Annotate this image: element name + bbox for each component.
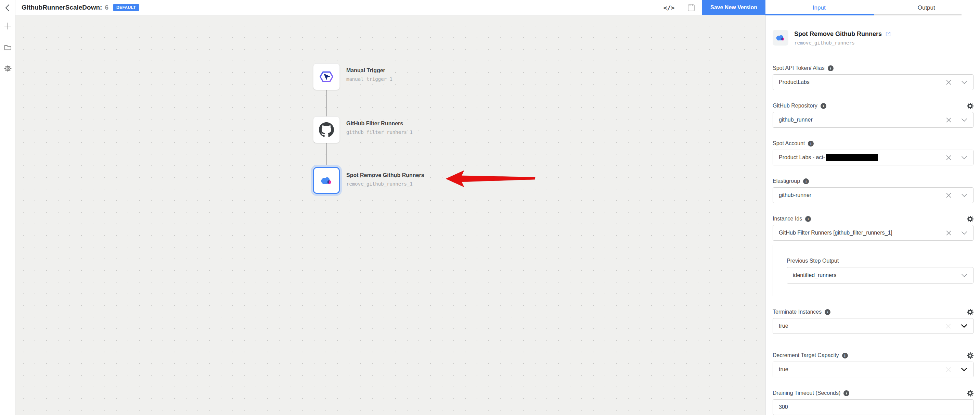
info-icon[interactable]	[805, 216, 811, 222]
field-value: identified_runners	[793, 272, 836, 278]
info-icon[interactable]	[828, 65, 834, 71]
node-id: github_filter_runners_1	[346, 129, 413, 135]
field-label: Decrement Target Capacity	[773, 352, 839, 359]
info-icon[interactable]	[843, 390, 849, 396]
spot-icon	[775, 34, 786, 42]
panel-node-title: Spot Remove Github Runners	[794, 30, 882, 38]
tab-input[interactable]: Input	[765, 0, 873, 15]
node-label-spot-remove-github-runners: Spot Remove Github Runners remove_github…	[346, 172, 424, 187]
default-badge: DEFAULT	[113, 4, 139, 11]
field-decrement-target-capacity: Decrement Target Capacity true	[773, 352, 974, 377]
redacted-account-id	[826, 154, 878, 161]
schedule-button[interactable]	[680, 0, 702, 15]
field-value: ProductLabs	[779, 79, 810, 85]
field-value: true	[779, 366, 788, 372]
chevron-down-icon[interactable]	[961, 274, 967, 277]
field-label: Spot API Token/ Alias	[773, 65, 825, 71]
field-spot-api-token: Spot API Token/ Alias ProductLabs	[773, 65, 974, 90]
field-value: Product Labs - act-	[779, 155, 825, 161]
clear-icon[interactable]	[946, 80, 951, 85]
chevron-down-icon[interactable]	[961, 231, 967, 235]
red-annotation-arrow	[446, 169, 536, 189]
calendar-icon	[687, 3, 695, 12]
inactive-tab-indicator	[874, 14, 961, 15]
clear-icon[interactable]	[946, 192, 951, 198]
add-node-button[interactable]	[3, 21, 13, 31]
field-value: GitHub Filter Runners [github_filter_run…	[779, 230, 892, 236]
clear-icon[interactable]	[946, 155, 951, 161]
field-settings-gear-icon[interactable]	[967, 352, 974, 359]
chevron-down-icon[interactable]	[961, 324, 967, 328]
manual-trigger-icon	[319, 70, 334, 83]
back-chevron-icon	[5, 4, 10, 12]
info-icon[interactable]	[803, 179, 809, 184]
github-repository-select[interactable]: github_runner	[773, 112, 974, 128]
field-value: true	[779, 323, 788, 329]
field-settings-gear-icon[interactable]	[967, 309, 974, 315]
field-value: 300	[779, 404, 788, 410]
chevron-down-icon[interactable]	[961, 367, 967, 372]
spot-api-token-select[interactable]: ProductLabs	[773, 74, 974, 90]
field-terminate-instances: Terminate Instances true	[773, 308, 974, 334]
clear-icon-disabled	[945, 367, 951, 372]
field-draining-timeout: Draining Timeout (Seconds) 300	[773, 389, 974, 415]
code-icon: </>	[663, 4, 675, 11]
clear-icon[interactable]	[946, 117, 951, 123]
workflow-version: 6	[105, 4, 108, 11]
spot-account-select[interactable]: Product Labs - act-	[773, 150, 974, 165]
field-github-repository: GitHub Repository github_runner	[773, 102, 974, 128]
chevron-down-icon[interactable]	[961, 193, 967, 197]
node-github-filter-runners[interactable]	[313, 117, 340, 143]
info-icon[interactable]	[825, 309, 830, 315]
github-icon	[319, 122, 334, 137]
node-label-github-filter-runners: GitHub Filter Runners github_filter_runn…	[346, 121, 413, 135]
previous-step-output-select[interactable]: identified_runners	[787, 267, 974, 284]
tab-output[interactable]: Output	[873, 0, 980, 15]
instance-ids-select[interactable]: GitHub Filter Runners [github_filter_run…	[773, 225, 974, 241]
node-title: Spot Remove Github Runners	[346, 172, 424, 179]
chevron-down-icon[interactable]	[961, 80, 967, 84]
draining-timeout-input[interactable]: 300	[773, 399, 974, 415]
edge-connector	[326, 90, 327, 117]
field-label: Draining Timeout (Seconds)	[773, 390, 840, 396]
chevron-down-icon[interactable]	[961, 118, 967, 122]
gear-icon	[4, 64, 12, 73]
node-id: remove_github_runners_1	[346, 181, 424, 187]
workflow-canvas[interactable]: Manual Trigger manual_trigger_1 GitHub F…	[15, 15, 765, 415]
decrement-target-capacity-dropdown[interactable]: true	[773, 362, 974, 377]
node-manual-trigger[interactable]	[313, 63, 340, 90]
info-icon[interactable]	[821, 103, 826, 109]
panel-node-header: Spot Remove Github Runners remove_github…	[773, 30, 974, 46]
node-title: GitHub Filter Runners	[346, 121, 413, 127]
terminate-instances-dropdown[interactable]: true	[773, 318, 974, 334]
field-value: github_runner	[779, 117, 813, 123]
elastigroup-select[interactable]: github-runner	[773, 187, 974, 203]
node-spot-remove-github-runners[interactable]	[313, 167, 340, 194]
field-label: Previous Step Output	[787, 258, 839, 264]
field-instance-ids: Instance Ids GitHub Filter Runners [gith…	[773, 215, 974, 241]
code-view-button[interactable]: </>	[658, 0, 680, 15]
field-settings-gear-icon[interactable]	[967, 103, 974, 109]
folder-button[interactable]	[3, 43, 13, 52]
field-label: Terminate Instances	[773, 309, 822, 315]
field-label: GitHub Repository	[773, 103, 818, 109]
external-link-icon[interactable]	[885, 31, 891, 37]
active-tab-indicator	[765, 14, 874, 15]
field-value: github-runner	[779, 192, 811, 198]
clear-icon[interactable]	[946, 230, 951, 236]
node-title: Manual Trigger	[346, 67, 393, 73]
chevron-down-icon[interactable]	[961, 156, 967, 160]
info-icon[interactable]	[808, 141, 814, 147]
field-settings-gear-icon[interactable]	[967, 216, 974, 222]
field-settings-gear-icon[interactable]	[967, 390, 974, 396]
settings-button[interactable]	[3, 64, 13, 73]
workflow-name: GithubRunnerScaleDown:	[22, 4, 102, 11]
previous-step-output-section: Previous Step Output identified_runners	[773, 245, 974, 296]
plus-icon	[4, 22, 12, 30]
divider	[773, 59, 974, 59]
node-id: manual_trigger_1	[346, 77, 393, 82]
info-icon[interactable]	[842, 353, 848, 359]
back-button[interactable]	[3, 3, 12, 12]
left-sidebar	[0, 0, 15, 415]
save-new-version-button[interactable]: Save New Version	[702, 0, 765, 15]
